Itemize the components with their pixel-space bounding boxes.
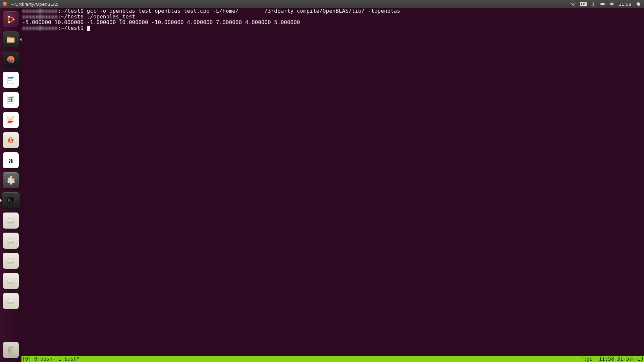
window-title: ~/3rdParty/OpenBLAS [11, 2, 59, 7]
terminal-viewport[interactable]: xxxxx@xxxxx:~/test$ gcc -o openblas_test… [21, 8, 644, 356]
launcher-drive-5[interactable] [2, 292, 20, 310]
launcher-terminal[interactable] [2, 191, 20, 209]
svg-rect-23 [7, 197, 15, 203]
drive-icon [3, 293, 19, 309]
launcher-settings[interactable] [2, 171, 20, 189]
svg-point-3 [8, 17, 13, 22]
drive-icon [3, 273, 19, 289]
svg-point-4 [13, 19, 14, 20]
keyboard-layout-indicator[interactable]: En [580, 2, 587, 6]
launcher-drive-1[interactable] [2, 212, 20, 230]
bluetooth-icon[interactable] [591, 1, 596, 7]
libreoffice-writer-icon [3, 72, 19, 88]
sound-icon[interactable] [609, 1, 615, 7]
svg-rect-2 [604, 3, 605, 4]
terminal-icon [2, 192, 20, 208]
svg-point-26 [12, 222, 13, 223]
amazon-icon: a [3, 152, 19, 168]
cursor-icon [87, 26, 90, 31]
files-icon [3, 32, 19, 48]
drive-icon [3, 233, 19, 249]
battery-icon[interactable] [600, 1, 605, 7]
svg-point-28 [12, 242, 13, 243]
svg-rect-18 [8, 118, 13, 121]
top-menubar: ~/3rdParty/OpenBLAS En 11:58 [0, 0, 644, 8]
clock[interactable]: 11:58 [619, 2, 631, 7]
launcher-trash[interactable] [2, 342, 20, 360]
drive-icon [3, 253, 19, 269]
svg-point-22 [12, 177, 14, 179]
launcher-impress[interactable] [2, 111, 20, 129]
window-close-button[interactable] [3, 2, 7, 6]
libreoffice-calc-icon [3, 92, 19, 108]
svg-text:A: A [10, 139, 12, 142]
system-settings-icon [3, 172, 19, 188]
svg-rect-8 [7, 37, 10, 38]
svg-point-5 [8, 16, 10, 17]
svg-rect-20 [8, 122, 12, 123]
svg-rect-14 [8, 80, 12, 80]
launcher-firefox[interactable] [2, 51, 20, 69]
launcher-writer[interactable] [2, 71, 20, 89]
tmux-status-bar: [0] 0:bash- 1:bash* "lys" 11:58 31-5月-19 [21, 356, 644, 362]
network-wifi-icon[interactable] [571, 1, 576, 7]
libreoffice-impress-icon [3, 112, 19, 128]
terminal-line: xxxxx@xxxxx:~/test$ gcc -o openblas_test… [22, 8, 643, 14]
launcher-calc[interactable] [2, 91, 20, 109]
svg-rect-12 [8, 77, 13, 78]
svg-point-32 [12, 283, 13, 283]
launcher-drive-3[interactable] [2, 252, 20, 270]
launcher-dash[interactable] [2, 10, 20, 28]
drive-icon [3, 213, 19, 229]
unity-launcher: A a [0, 8, 21, 362]
svg-point-6 [8, 21, 10, 23]
svg-rect-37 [10, 346, 12, 347]
svg-rect-1 [600, 3, 604, 5]
launcher-software[interactable]: A [2, 131, 20, 149]
tmux-right: "lys" 11:58 31-5月-19 [581, 356, 643, 362]
svg-point-30 [12, 262, 13, 263]
launcher-drive-2[interactable] [2, 232, 20, 250]
trash-icon [3, 342, 19, 358]
terminal-line: xxxxx@xxxxx:~/test$ ./openblas_test [22, 14, 643, 19]
svg-rect-19 [8, 121, 13, 122]
ubuntu-software-icon: A [3, 132, 19, 148]
terminal-window[interactable]: xxxxx@xxxxx:~/test$ gcc -o openblas_test… [21, 8, 644, 362]
launcher-files[interactable] [2, 31, 20, 49]
svg-rect-9 [7, 38, 15, 43]
ubuntu-dash-icon [3, 11, 19, 27]
launcher-drive-4[interactable] [2, 272, 20, 290]
svg-rect-24 [10, 201, 12, 201]
launcher-amazon[interactable]: a [2, 151, 20, 169]
terminal-prompt[interactable]: xxxxx@xxxxx:~/test$ [22, 25, 643, 31]
svg-point-34 [12, 303, 13, 303]
tmux-left: [0] 0:bash- 1:bash* [22, 356, 80, 362]
firefox-icon [3, 52, 19, 68]
terminal-output: -5.000000 10.000000 -1.000000 10.000000 … [22, 19, 643, 25]
svg-rect-13 [8, 78, 13, 79]
session-gear-icon[interactable] [635, 1, 641, 7]
